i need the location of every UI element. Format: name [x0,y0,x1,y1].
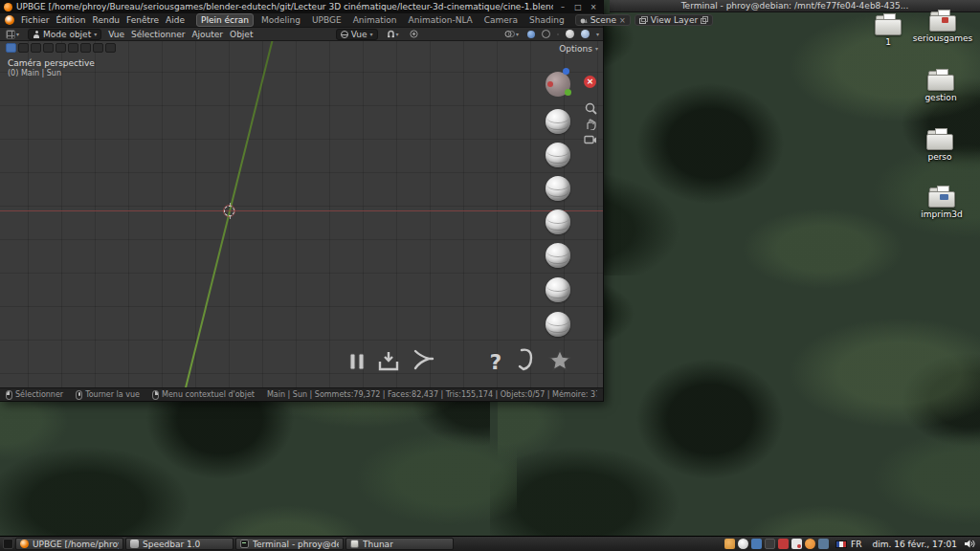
desktop-icon-seriousgames[interactable]: seriousgames [914,11,971,43]
taskbar-item-speedbar[interactable]: Speedbar 1.0 [125,538,234,550]
shading-sphere-widget [546,312,570,337]
keyboard-flag-icon[interactable] [835,540,847,548]
volume-icon[interactable] [964,539,975,549]
tray-icon-white[interactable] [738,539,748,549]
tool-select-box-icon[interactable] [18,43,29,53]
desktop-icon-1[interactable]: 1 [859,15,917,47]
tool-scale-icon[interactable] [68,43,78,53]
snapping-magnet-icon[interactable]: ▾ [385,29,401,40]
menu-vue[interactable]: Vue [108,30,124,39]
close-button[interactable]: × [588,3,599,11]
workspace-tab-plein-ecran[interactable]: Plein écran [196,13,254,27]
scene-unlink-icon[interactable]: × [619,16,626,25]
menu-objet[interactable]: Objet [230,30,253,39]
taskbar-item-thunar[interactable]: Thunar [345,538,454,550]
options-dropdown[interactable]: Options ▾ [559,44,598,54]
menu-selectionner[interactable]: Sélectionner [131,30,185,39]
hint-label: Tourner la vue [85,390,140,399]
tool-move-icon[interactable] [43,43,54,53]
applications-menu-icon[interactable] [3,539,13,549]
viewport-3d[interactable]: Options ▾ Caméra perspective (0) Main | … [0,41,603,387]
tray-icon-orange[interactable] [724,539,735,549]
pan-hand-icon[interactable] [583,117,598,131]
menu-fenetre[interactable]: Fenêtre [126,15,159,25]
menu-edition[interactable]: Édition [56,15,85,25]
gizmo-y-axis-dot[interactable] [565,89,571,96]
blender-logo-icon[interactable] [5,15,14,25]
chevron-down-icon: ▾ [94,32,97,37]
desktop-icon-gestion[interactable]: gestion [912,71,969,102]
desktop-icon-imprim3d[interactable]: imprim3d [913,187,970,219]
shading-sphere-widget [546,243,570,268]
overlays-dropdown[interactable]: ▾ [502,29,521,40]
view-layer-icon [639,16,648,24]
shading-rendered-button[interactable] [581,30,590,38]
chevron-down-icon: ▾ [396,32,399,37]
gizmo-z-axis-dot[interactable] [563,68,569,75]
tool-measure-icon[interactable] [105,43,116,53]
tool-tweak-icon[interactable] [6,43,16,53]
pliers-icon [408,345,436,374]
minimize-button[interactable]: – [557,3,568,11]
window-title: UPBGE [/home/phroy/Bureau/seriousgames/b… [16,2,553,11]
workspace-tab-modeling[interactable]: Modeling [257,14,304,26]
editor-type-dropdown[interactable]: ▾ [4,29,21,40]
scene-selector[interactable]: Scene × [575,14,631,26]
view-label: Caméra perspective [8,58,95,68]
mode-selector[interactable]: Mode objet ▾ [28,29,101,40]
chevron-down-icon: ▾ [595,46,598,52]
blender-statusbar: Sélectionner Tourner la vue Menu context… [0,387,603,401]
tool-annotate-icon[interactable] [93,43,103,53]
tool-cursor-icon[interactable] [31,43,41,53]
tray-icon-clipboard[interactable] [791,539,802,549]
viewport-grid [0,41,603,387]
maximize-button[interactable]: □ [572,3,584,11]
new-layer-icon[interactable] [701,16,708,24]
workspace-tab-animation-nla[interactable]: Animation-NLA [405,14,477,26]
terminal-title: Terminal - phroy@debian: /mnt/fe77fe04-4… [681,1,909,11]
folder-icon [926,130,953,150]
camera-view-icon[interactable] [583,132,598,146]
shading-wireframe-button[interactable] [542,30,550,38]
workspace-tab-upbge[interactable]: UPBGE [308,14,345,26]
proportional-edit-icon[interactable] [408,29,420,40]
menu-rendu[interactable]: Rendu [93,15,121,25]
view-layer-selector[interactable]: View Layer [635,14,713,26]
taskbar-item-label: Thunar [363,540,393,549]
menu-fichier[interactable]: Fichier [21,15,49,25]
zoom-icon[interactable] [583,101,598,116]
gizmo-toggle-icon[interactable] [527,31,535,38]
shading-material-button[interactable] [566,30,574,38]
desktop-icon-perso[interactable]: perso [911,130,969,162]
navigation-gizmo[interactable] [546,72,570,97]
tray-icon-amber[interactable] [805,539,815,549]
taskbar-item-upbge[interactable]: UPBGE [/home/phroy/Bu... [15,538,123,550]
question-glyph: ? [490,350,502,374]
tool-rotate-icon[interactable] [56,43,66,53]
hint-label: Menu contextuel d'objet [162,390,255,399]
keyboard-layout-label[interactable]: FR [851,540,861,549]
menu-ajouter[interactable]: Ajouter [191,30,223,39]
mouse-right-icon [152,390,159,400]
tray-icon-red[interactable] [778,539,789,549]
tool-transform-icon[interactable] [80,43,91,53]
blender-titlebar[interactable]: UPBGE [/home/phroy/Bureau/seriousgames/b… [0,0,603,13]
gizmo-x-axis-dot[interactable] [547,81,553,87]
menu-aide[interactable]: Aide [166,15,185,25]
workspace-tab-camera[interactable]: Camera [480,14,522,26]
tray-icon-steel[interactable] [818,539,829,549]
hook-icon [511,345,540,374]
tray-icon-dark[interactable] [765,539,775,549]
terminal-icon [240,540,249,548]
shading-solid-button[interactable] [557,33,559,35]
workspace-tab-shading[interactable]: Shading [525,14,568,26]
tray-icon-blue[interactable] [751,539,762,549]
shading-sphere-widget [546,176,570,201]
orientation-dropdown[interactable]: Vue ▾ [336,29,378,40]
taskbar-item-terminal[interactable]: Terminal - phroy@debia... [235,538,344,550]
workspace-tab-animation[interactable]: Animation [349,14,401,26]
import-box-icon [374,347,403,376]
clock[interactable]: dim. 16 févr., 17:01 [873,540,957,549]
options-label: Options [559,44,592,54]
system-tray [724,539,829,549]
